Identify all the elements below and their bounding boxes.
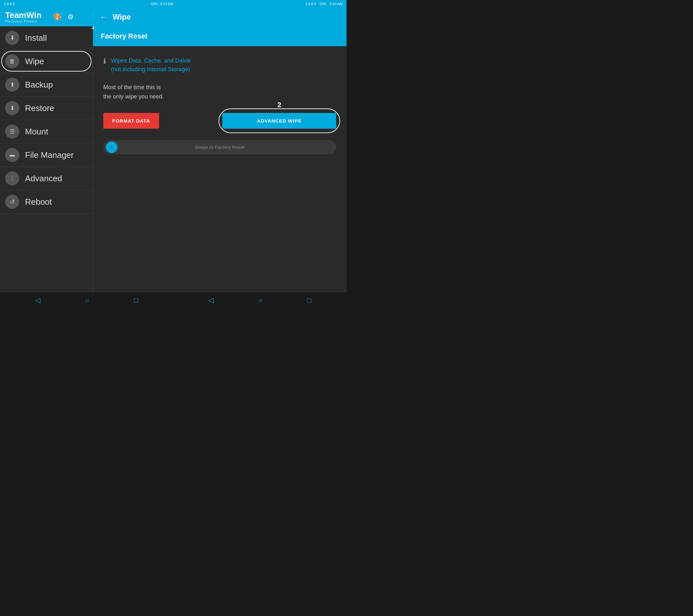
nav-home-icon-right[interactable]: ○	[258, 296, 262, 304]
nav-home-icon-left[interactable]: ○	[85, 296, 89, 304]
sidebar-label-file-manager: File Manager	[25, 150, 74, 160]
sidebar-item-backup[interactable]: ⬆ Backup	[0, 73, 93, 97]
advanced-wipe-wrapper: 2 ADVANCED WIPE	[222, 113, 336, 128]
page-title: Wipe	[113, 13, 131, 21]
status-time-left: 8:19 AM	[160, 2, 173, 6]
nav-recent-icon-right[interactable]: □	[307, 296, 311, 304]
sidebar-label-advanced: Advanced	[25, 174, 62, 183]
sidebar-item-wipe[interactable]: 🗑 Wipe	[0, 50, 93, 73]
main-layout: ⬇ Install 1 🗑 Wipe ⬆ Backup ⬇ Restore ☰ …	[0, 26, 346, 292]
status-bar: 2.8.6.0 50% 8:19 AM 2.8.6.0 50% 8:19 AM	[0, 0, 346, 8]
mount-icon: ☰	[5, 124, 19, 139]
sidebar-item-restore[interactable]: ⬇ Restore	[0, 97, 93, 120]
format-data-wrapper: FORMAT DATA	[103, 113, 217, 128]
bottom-nav: ◁ ○ □ ◁ ○ □	[0, 292, 346, 308]
app-header: TeamWin Recovery Project 🎨 ⚙ ← Wipe	[0, 8, 346, 26]
nav-back-icon-left[interactable]: ◁	[35, 296, 40, 304]
swipe-handle-dot	[110, 146, 113, 149]
install-icon: ⬇	[5, 31, 19, 45]
status-battery-left: 50%	[151, 2, 158, 6]
app-logo: TeamWin Recovery Project	[5, 11, 41, 23]
section-title: Factory Reset	[101, 32, 147, 40]
header-left: TeamWin Recovery Project 🎨 ⚙	[0, 11, 93, 23]
settings-icon[interactable]: ⚙	[67, 13, 74, 21]
bottom-nav-left: ◁ ○ □	[0, 292, 173, 308]
sidebar-label-reboot: Reboot	[25, 197, 52, 207]
app-name: TeamWin	[5, 11, 41, 19]
sidebar-item-install[interactable]: ⬇ Install 1	[0, 26, 93, 50]
content-body: ℹ Wipes Data, Cache, and Dalvik (not inc…	[93, 46, 346, 292]
header-right: ← Wipe	[93, 13, 346, 21]
sidebar-label-install: Install	[25, 33, 47, 43]
sidebar: ⬇ Install 1 🗑 Wipe ⬆ Backup ⬇ Restore ☰ …	[0, 26, 93, 292]
backup-icon: ⬆	[5, 78, 19, 92]
nav-back-icon-right[interactable]: ◁	[208, 296, 214, 304]
content-panel: Factory Reset ℹ Wipes Data, Cache, and D…	[93, 26, 346, 292]
header-icons: 🎨 ⚙	[53, 13, 74, 21]
info-text: Wipes Data, Cache, and Dalvik (not inclu…	[111, 57, 191, 74]
bottom-nav-right: ◁ ○ □	[173, 292, 346, 308]
sidebar-label-wipe: Wipe	[25, 57, 44, 66]
nav-recent-icon-left[interactable]: □	[134, 296, 138, 304]
status-battery-right: 50%	[320, 2, 326, 6]
advanced-icon: ⋮	[5, 171, 19, 185]
desc-text: Most of the time this is the only wipe y…	[103, 83, 336, 101]
status-time-right: 8:19 AM	[330, 2, 343, 6]
status-version-right: 2.8.6.0	[305, 2, 316, 6]
format-data-button[interactable]: FORMAT DATA	[103, 113, 159, 128]
info-row: ℹ Wipes Data, Cache, and Dalvik (not inc…	[103, 57, 336, 74]
sidebar-label-backup: Backup	[25, 80, 53, 90]
info-icon: ℹ	[103, 57, 106, 65]
advanced-wipe-button[interactable]: ADVANCED WIPE	[222, 113, 336, 128]
file-manager-icon: ▬	[5, 148, 19, 162]
sidebar-item-advanced[interactable]: ⋮ Advanced	[0, 167, 93, 190]
back-button[interactable]: ←	[100, 13, 107, 21]
swipe-label: Swipe to Factory Reset	[117, 144, 334, 150]
sidebar-item-mount[interactable]: ☰ Mount	[0, 120, 93, 143]
step1-badge: 1	[92, 26, 95, 31]
status-version-left: 2.8.6.0	[4, 2, 15, 6]
swipe-handle[interactable]	[106, 141, 117, 153]
wipe-icon: 🗑	[5, 54, 19, 68]
sidebar-item-reboot[interactable]: ↺ Reboot	[0, 190, 93, 214]
content-subheader: Factory Reset	[93, 26, 346, 46]
sidebar-label-restore: Restore	[25, 103, 54, 113]
reboot-icon: ↺	[5, 195, 19, 209]
swipe-bar[interactable]: Swipe to Factory Reset	[103, 140, 336, 154]
sidebar-label-mount: Mount	[25, 127, 48, 137]
app-subtitle: Recovery Project	[5, 19, 41, 23]
palette-icon[interactable]: 🎨	[53, 13, 62, 21]
sidebar-item-file-manager[interactable]: ▬ File Manager	[0, 143, 93, 167]
step2-badge: 2	[277, 101, 281, 109]
buttons-row: FORMAT DATA 2 ADVANCED WIPE	[103, 113, 336, 128]
restore-icon: ⬇	[5, 101, 19, 115]
